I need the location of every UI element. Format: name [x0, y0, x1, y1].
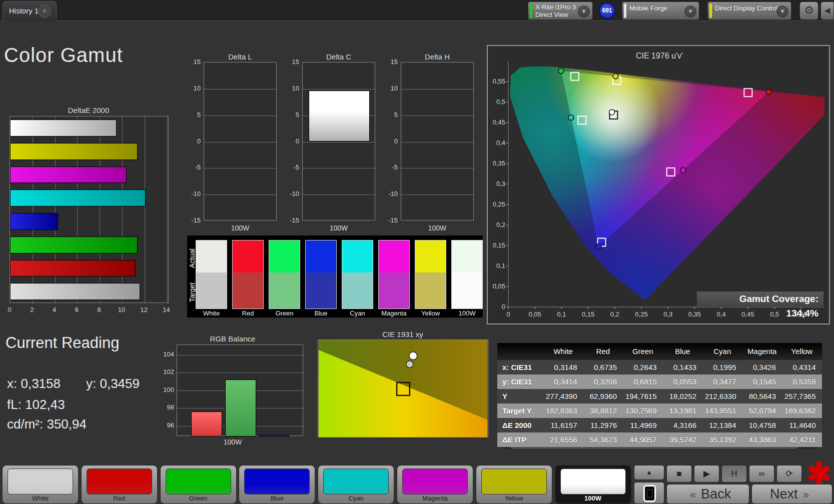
play-button[interactable]: ▶	[694, 465, 719, 482]
table-cell: 35,1392	[702, 432, 742, 447]
deltae-x-tick: 0	[6, 306, 14, 314]
reading-y: y: 0,3459	[86, 376, 140, 392]
loop-infinite-button[interactable]: ∞	[749, 465, 774, 482]
deltae-x-tick: 12	[140, 306, 148, 314]
table-header-Cyan: Cyan	[702, 343, 742, 360]
patch-button-magenta[interactable]: Magenta	[397, 465, 473, 504]
cie1976-y-tick-label: 0,45	[484, 118, 505, 126]
gear-icon: ⚙	[804, 4, 814, 16]
meter-dropdown[interactable]: X-Rite i1Pro 3Direct View ▼	[528, 2, 593, 20]
patch-button-red[interactable]: Red	[81, 465, 158, 504]
refresh-button[interactable]: ⟳	[776, 465, 802, 482]
delta-h-y-tick: 5	[382, 111, 398, 118]
rgb-balance-chart	[177, 344, 303, 436]
delta-h-gridline	[401, 168, 474, 168]
delta-c-y-tick: 15	[283, 58, 299, 66]
target-swatch-cyan	[342, 272, 373, 309]
cie1976-x-tick-label: 0	[498, 310, 518, 318]
delta-c-y-tick: -5	[283, 164, 299, 171]
patch-button-green[interactable]: Green	[160, 465, 237, 504]
deltae-bar-100w	[10, 283, 140, 300]
rgb-y-tick-label: 96	[159, 422, 174, 429]
reading-x: x: 0,3158	[7, 376, 61, 392]
table-cell: 130,7569	[623, 404, 663, 418]
pattern-source-dropdown[interactable]: Mobile Forge ▼	[622, 2, 699, 20]
patch-button-white[interactable]: White	[2, 465, 79, 504]
actual-swatch-white	[196, 240, 227, 272]
window-pattern-icon	[643, 485, 656, 502]
measurement-table: ◀ ▶ WhiteRedGreenBlueCyanMagentaYellowx:…	[497, 343, 822, 450]
patch-swatch	[402, 468, 468, 494]
measured-marker-yellow	[613, 74, 618, 79]
loop-infinite-icon: ∞	[758, 469, 764, 478]
table-cell: 11,2976	[583, 418, 623, 432]
patch-button-yellow[interactable]: Yellow	[476, 465, 552, 504]
deltae2000-chart	[10, 116, 169, 303]
add-tab-button[interactable]: +	[38, 4, 51, 18]
cie1976-y-tick-label: 0,4	[484, 139, 505, 146]
triangle-up-icon: ▲	[646, 468, 652, 476]
next-button[interactable]: Next»	[751, 484, 832, 504]
patch-button-blue[interactable]: Blue	[239, 465, 315, 504]
patch-swatch	[560, 468, 626, 494]
delta-c-title: Delta C	[326, 52, 351, 61]
table-cell: 0,1433	[663, 360, 703, 374]
patch-swatch	[87, 468, 152, 494]
delta-l-gridline	[204, 116, 277, 116]
delta-h-gridline	[401, 194, 474, 195]
table-row-label: Target Y	[497, 404, 543, 418]
cie1976-x-tick-label: 0,3	[658, 310, 678, 318]
step-button[interactable]: H	[721, 465, 747, 482]
delta-c-gridline	[303, 89, 376, 90]
table-cell: 194,7615	[623, 389, 663, 404]
back-button[interactable]: «Back	[666, 484, 749, 504]
reading-cdm2-label: cd/m²:	[7, 416, 47, 432]
reading-fl-value: 102,43	[25, 397, 65, 412]
delta-c-gridline	[303, 142, 376, 142]
delta-l-gridline	[204, 194, 277, 195]
patch-button-label: Yellow	[476, 494, 552, 502]
play-icon: ▶	[703, 469, 710, 478]
deltae-x-tick: 10	[118, 306, 126, 314]
cie1976-y-tick-label: 0,15	[484, 242, 505, 249]
delta-c-chart	[302, 62, 375, 220]
rgb-balance-x-label: 100W	[224, 438, 242, 446]
table-cell: 11,6157	[543, 418, 583, 432]
table-row-label: y: CIE31	[497, 374, 543, 389]
chevron-down-icon: ▼	[776, 6, 788, 18]
delta-h-title: Delta H	[425, 52, 450, 61]
delta-h-gridline	[401, 89, 474, 90]
deltae-x-tick: 2	[28, 306, 36, 314]
table-cell: 0,3477	[702, 374, 742, 389]
deltae-gridline	[167, 116, 168, 304]
deltae-x-tick: 14	[163, 306, 171, 314]
actual-swatch-green	[269, 240, 300, 272]
patch-button-label: Green	[161, 494, 236, 502]
display-control-dropdown[interactable]: Direct Display Control ▼	[707, 2, 791, 20]
collapse-panel-button[interactable]: ◀	[820, 2, 834, 20]
meter-count-badge[interactable]: 691	[599, 2, 615, 19]
measured-marker-green	[558, 68, 564, 74]
window-pattern-button[interactable]	[634, 482, 664, 504]
patch-button-label: Cyan	[318, 494, 394, 502]
swatch-column-label: Blue	[305, 310, 337, 317]
slide-up-button[interactable]: ▲	[634, 465, 664, 480]
table-cell: 0,4314	[782, 360, 822, 374]
target-swatch-100w	[451, 272, 483, 309]
settings-button[interactable]: ⚙	[799, 2, 818, 20]
stop-button[interactable]: ■	[666, 465, 692, 482]
patch-button-100w[interactable]: 100W	[555, 465, 631, 504]
chevron-double-left-icon: «	[690, 488, 696, 501]
target-swatch-blue	[305, 272, 337, 309]
cie1976-y-tick-label: 0,1	[484, 262, 505, 270]
target-swatch-white	[196, 272, 227, 309]
page-title: Color Gamut	[4, 44, 123, 66]
delta-l-gridline	[204, 168, 277, 168]
patch-button-label: White	[3, 494, 78, 502]
deltae-bar-cyan	[10, 190, 146, 206]
patch-button-cyan[interactable]: Cyan	[318, 465, 394, 504]
patch-swatch	[481, 468, 547, 494]
swatch-column-label: Green	[269, 310, 300, 317]
chevron-down-icon: ▼	[578, 6, 590, 18]
deltae2000-chart-title: DeltaE 2000	[68, 106, 110, 114]
